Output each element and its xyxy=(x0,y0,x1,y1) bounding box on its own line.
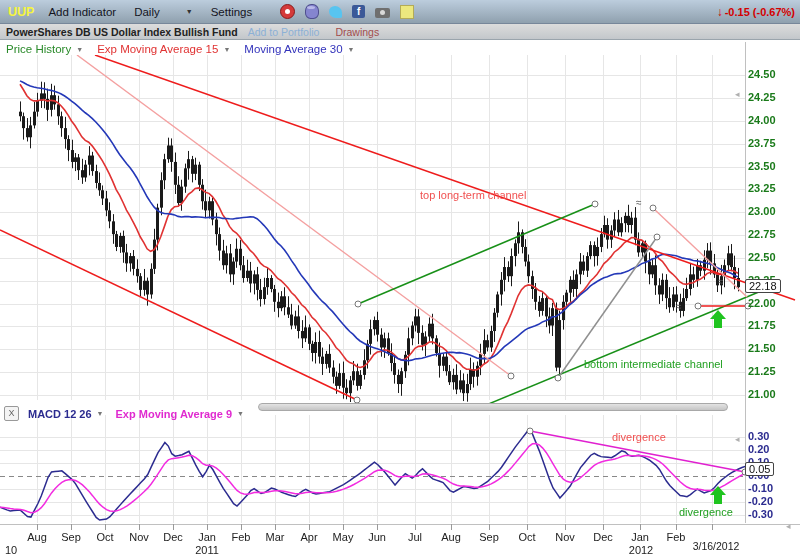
macd-dropdown[interactable]: MACD 12 26 xyxy=(28,408,92,420)
time-axis-month-label: Jan xyxy=(198,531,216,543)
horizontal-scrollbar-thumb[interactable] xyxy=(258,403,728,411)
sticky-note-icon[interactable] xyxy=(400,5,414,19)
facebook-icon[interactable]: f xyxy=(352,5,365,18)
ma30-dropdown[interactable]: Moving Average 30 xyxy=(244,43,342,55)
macd-axis-label: 0.20 xyxy=(748,443,769,455)
axis-marker-icon[interactable]: ◂ xyxy=(735,434,740,444)
time-axis-month-label: Feb xyxy=(667,531,686,543)
price-axis-label: 22.50 xyxy=(748,251,776,263)
approx-mark: ≈ xyxy=(676,301,682,312)
chevron-down-icon: ▼ xyxy=(223,46,230,53)
add-indicator-button[interactable]: Add Indicator xyxy=(48,6,116,18)
settings-button[interactable]: Settings xyxy=(211,6,253,18)
price-pane-legend: Price History ▼ Exp Moving Average 15 ▼ … xyxy=(6,43,369,55)
time-axis-month-label: Jan xyxy=(631,531,649,543)
chevron-down-icon: ▼ xyxy=(97,410,104,417)
timeframe-dropdown[interactable]: Daily ▼ xyxy=(134,6,211,18)
price-axis-label: 24.50 xyxy=(748,68,776,80)
time-axis-month-label: Feb xyxy=(232,531,251,543)
change-text: -0.15 (-0.67%) xyxy=(725,6,795,18)
time-axis-month-label: Apr xyxy=(300,531,317,543)
time-axis-month-label: Oct xyxy=(518,531,535,543)
time-axis-month-label: Sep xyxy=(61,531,81,543)
time-axis-month-label: Aug xyxy=(441,531,461,543)
top-toolbar: UUP Add Indicator Daily ▼ Settings f ↓ -… xyxy=(0,0,800,24)
up-arrow-drawing-price[interactable] xyxy=(710,310,726,329)
macd-axis-label: -0.10 xyxy=(748,482,773,494)
price-axis-label: 23.75 xyxy=(748,137,776,149)
charting-app: UUP Add Indicator Daily ▼ Settings f ↓ -… xyxy=(0,0,800,559)
time-axis-month-label: Oct xyxy=(96,531,113,543)
approx-mark: ≈ xyxy=(636,197,642,208)
alarm-clock-icon[interactable] xyxy=(280,4,295,19)
price-axis-label: 23.50 xyxy=(748,160,776,172)
drawings-menu[interactable]: Drawings xyxy=(335,26,379,38)
last-price-box: 22.18 xyxy=(745,279,781,293)
last-macd-box: 0.05 xyxy=(745,462,774,476)
price-axis-label: 21.00 xyxy=(748,388,776,400)
price-axis-label: 24.25 xyxy=(748,91,776,103)
price-axis-label: 22.00 xyxy=(748,297,776,309)
time-axis-month-label: Sep xyxy=(479,531,499,543)
down-arrow-icon: ↓ xyxy=(717,5,723,19)
close-indicator-button[interactable]: X xyxy=(4,406,19,421)
annotation-bottom-channel[interactable]: bottom intermediate channel xyxy=(584,358,723,370)
symbol-label: UUP xyxy=(8,5,34,19)
macd-signal-dropdown[interactable]: Exp Moving Average 9 xyxy=(116,408,233,420)
price-axis-label: 23.25 xyxy=(748,182,776,194)
time-axis-year-label: 2012 xyxy=(629,544,653,556)
time-axis-year-label: 10 xyxy=(5,544,17,556)
symbol-subbar: PowerShares DB US Dollar Index Bullish F… xyxy=(0,24,800,40)
time-axis-year-label: 2011 xyxy=(195,544,219,556)
price-change-readout: ↓ -0.15 (-0.67%) xyxy=(717,5,795,19)
time-axis-month-label: Jul xyxy=(408,531,422,543)
price-axis-label: 23.00 xyxy=(748,205,776,217)
camera-icon[interactable] xyxy=(375,8,390,18)
annotation-top-channel[interactable]: top long-term channel xyxy=(420,189,526,201)
chart-canvas[interactable] xyxy=(0,0,800,559)
price-history-dropdown[interactable]: Price History xyxy=(6,43,71,55)
twitter-icon[interactable] xyxy=(329,6,342,18)
ema15-dropdown[interactable]: Exp Moving Average 15 xyxy=(97,43,218,55)
time-axis-month-label: Mar xyxy=(266,531,285,543)
timeframe-value: Daily xyxy=(134,6,160,18)
price-axis-label: 21.25 xyxy=(748,365,776,377)
chevron-down-icon: ▼ xyxy=(348,46,355,53)
add-to-portfolio-link[interactable]: Add to Portfolio xyxy=(248,26,320,38)
axis-marker-icon[interactable]: ◂ xyxy=(786,521,791,531)
macd-axis-label: -0.30 xyxy=(748,508,773,520)
time-axis-month-label: Aug xyxy=(27,531,47,543)
toolbar-icons: f xyxy=(280,4,414,19)
time-axis-month-label: May xyxy=(333,531,354,543)
macd-axis-label: -0.20 xyxy=(748,495,773,507)
time-axis-month-label: Dec xyxy=(593,531,613,543)
time-axis-month-label: Nov xyxy=(129,531,149,543)
chevron-down-icon: ▼ xyxy=(237,410,244,417)
macd-axis-label: 0.30 xyxy=(748,430,769,442)
chevron-down-icon: ▼ xyxy=(76,46,83,53)
annotation-divergence-red[interactable]: divergence xyxy=(612,431,666,443)
database-icon[interactable] xyxy=(305,4,319,19)
price-axis-label: 21.50 xyxy=(748,342,776,354)
price-axis-label: 21.75 xyxy=(748,319,776,331)
time-axis-month-label: Jun xyxy=(368,531,386,543)
fund-name: PowerShares DB US Dollar Index Bullish F… xyxy=(6,26,238,38)
time-axis-month-label: Dec xyxy=(163,531,183,543)
price-axis-label: 22.75 xyxy=(748,228,776,240)
macd-pane-header: X MACD 12 26 ▼ Exp Moving Average 9 ▼ xyxy=(4,406,256,421)
price-axis-label: 24.00 xyxy=(748,114,776,126)
annotation-divergence-green[interactable]: divergence xyxy=(679,506,733,518)
axis-marker-icon[interactable]: ◂ xyxy=(735,89,740,99)
time-axis-month-label: Nov xyxy=(555,531,575,543)
approx-mark: ≈ xyxy=(718,276,724,287)
time-axis-end-date: 3/16/2012 xyxy=(693,540,740,552)
up-arrow-drawing-macd[interactable] xyxy=(710,486,726,505)
chevron-down-icon: ▼ xyxy=(186,8,193,15)
